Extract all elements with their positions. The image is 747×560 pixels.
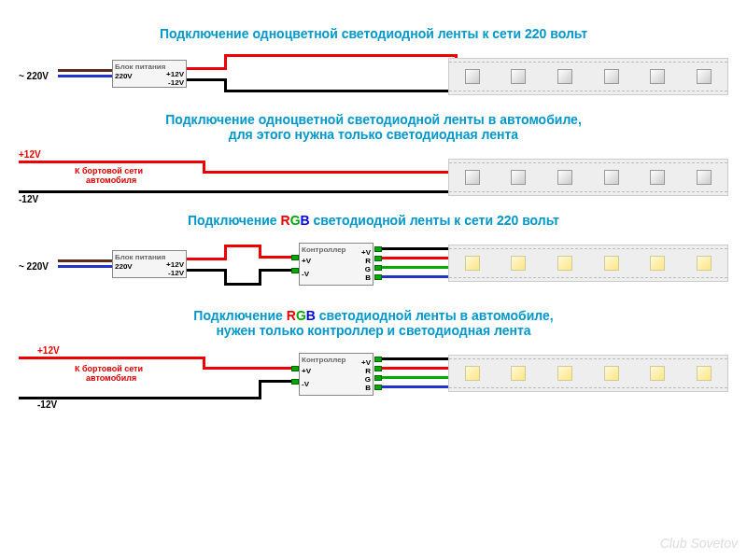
- led-rgb-icon: [650, 366, 665, 381]
- wire-blue: [58, 75, 114, 77]
- wire-rgb-r: [382, 257, 458, 259]
- wire-rgb-v-4: [382, 357, 458, 360]
- ctrl-ov-4: +V: [361, 358, 371, 367]
- pin-icon: [374, 375, 382, 381]
- led-icon: [511, 69, 526, 84]
- ctrl-pv-3: +V: [302, 257, 311, 265]
- led-rgb-icon: [465, 366, 480, 381]
- wire-black-4v: [259, 380, 261, 399]
- ctrl-ob-4: B: [365, 384, 371, 392]
- pin-icon: [374, 357, 382, 362]
- led-rgb-icon: [604, 256, 619, 271]
- pin-icon: [291, 268, 299, 273]
- label-p12: +12V: [19, 149, 41, 160]
- ledstrip-1: [448, 58, 728, 95]
- ledstrip-3: [448, 245, 728, 282]
- rgb-g-4: G: [296, 308, 306, 323]
- title-3a: Подключение: [188, 213, 280, 228]
- wire-red-4b: [203, 367, 296, 370]
- ctrl-ov-3: +V: [361, 248, 371, 257]
- wire-black-2: [224, 90, 458, 92]
- diagram-1: ~ 220V Блок питания 220V +12V -12V: [19, 49, 728, 105]
- led-icon: [557, 170, 572, 185]
- pin-icon: [291, 379, 299, 385]
- led-icon: [465, 170, 480, 185]
- pin-icon: [291, 255, 299, 260]
- ctrl-mv-4: -V: [302, 380, 309, 388]
- ledstrip-2: [448, 159, 728, 196]
- title-2a: Подключение одноцветной светодиодной лен…: [165, 112, 582, 127]
- wire-black-car: [19, 190, 458, 193]
- led-icon: [465, 69, 480, 84]
- led-icon: [604, 69, 619, 84]
- label-p12-4: +12V: [37, 345, 60, 356]
- label-220v: ~ 220V: [19, 71, 49, 81]
- ctrl-title-3: Контроллер: [302, 245, 371, 254]
- pin-icon: [374, 385, 382, 390]
- label-m12-4: -12V: [37, 399, 57, 410]
- title-4a-rest: светодиодной ленты в автомобиле,: [316, 308, 554, 323]
- wire-red-1: [187, 67, 224, 70]
- title-3b: светодиодной ленты к сети 220 вольт: [310, 213, 559, 228]
- led-icon: [604, 170, 619, 185]
- title-4a: Подключение: [193, 308, 286, 323]
- label-m12: -12V: [19, 194, 38, 204]
- controller-box-4: Контроллер +V -V +V R G B: [299, 353, 374, 396]
- wire-rgb-b-4: [382, 385, 458, 388]
- diagram-2: +12V К бортовой сетиавтомобиля -12V: [19, 149, 728, 205]
- led-icon: [697, 69, 712, 84]
- pin-icon: [374, 265, 382, 271]
- pin-icon: [374, 274, 382, 280]
- wire-red-3a: [187, 258, 224, 260]
- rgb-g: G: [290, 213, 301, 228]
- rgb-r-4: R: [287, 308, 296, 323]
- rgb-b: B: [301, 213, 310, 228]
- led-rgb-icon: [697, 366, 712, 381]
- psu-outm-3: -12V: [168, 269, 184, 277]
- wire-brown: [58, 69, 114, 72]
- car-note: К бортовой сетиавтомобиля: [75, 166, 143, 185]
- wire-rgb-b: [382, 275, 458, 278]
- ctrl-or-3: R: [365, 257, 371, 265]
- wire-rgb-g-4: [382, 376, 458, 379]
- ctrl-title-4: Контроллер: [302, 356, 371, 364]
- rgb-r: R: [281, 213, 290, 228]
- car-note-4: К бортовой сетиавтомобиля: [75, 364, 143, 383]
- controller-box-3: Контроллер +V -V +V R G B: [299, 243, 374, 286]
- wire-black-1: [187, 78, 224, 81]
- rgb-b-4: B: [306, 308, 316, 323]
- pin-icon: [374, 366, 382, 371]
- wire-blue-3: [58, 265, 114, 268]
- wire-red-3b: [224, 245, 261, 247]
- ctrl-mv-3: -V: [302, 270, 309, 278]
- wire-black-3c: [259, 269, 296, 272]
- wire-red-2: [224, 54, 458, 57]
- ctrl-ob-3: B: [365, 273, 371, 282]
- wire-brown-3: [58, 259, 114, 262]
- led-rgb-icon: [557, 366, 572, 381]
- led-rgb-icon: [511, 366, 526, 381]
- ledstrip-4: [448, 355, 728, 392]
- led-icon: [557, 69, 572, 84]
- psu-in-3: 220V: [115, 262, 133, 271]
- wire-red-car-2: [203, 171, 458, 174]
- psu-in: 220V: [115, 72, 133, 80]
- pin-icon: [374, 256, 382, 261]
- pin-icon: [291, 366, 299, 371]
- wire-black-3a: [187, 269, 224, 272]
- psu-out-m: -12V: [168, 78, 184, 87]
- led-icon: [650, 170, 665, 185]
- wire-red-car: [19, 161, 205, 163]
- wire-black-3b: [224, 283, 261, 286]
- psu-box: Блок питания 220V +12V -12V: [112, 60, 187, 88]
- title-2b: для этого нужна только светодиодная лент…: [229, 127, 518, 142]
- led-rgb-icon: [604, 366, 619, 381]
- led-rgb-icon: [557, 256, 572, 271]
- led-rgb-icon: [650, 256, 665, 271]
- led-icon: [697, 170, 712, 185]
- psu-out-p: +12V: [166, 70, 184, 78]
- led-rgb-icon: [697, 256, 712, 271]
- led-icon: [650, 69, 665, 84]
- led-rgb-icon: [465, 256, 480, 271]
- title-4b: нужен только контроллер и светодиодная л…: [216, 323, 530, 338]
